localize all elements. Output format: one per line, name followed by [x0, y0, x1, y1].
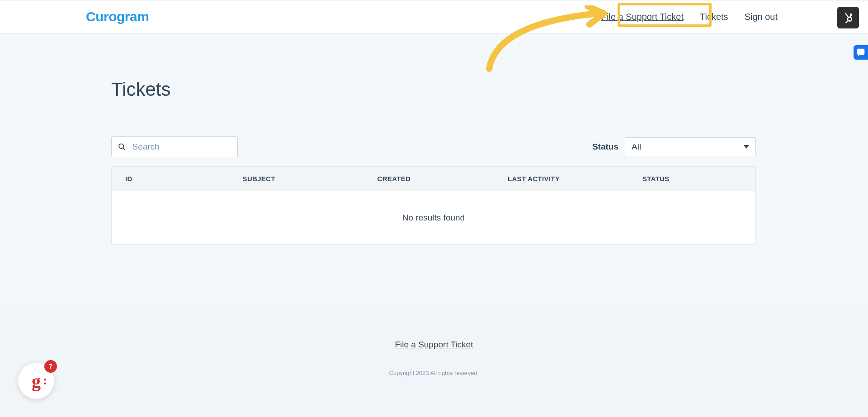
fab-badge: 7 — [44, 360, 57, 373]
chevron-down-icon — [744, 145, 749, 149]
side-chat-widget[interactable] — [854, 45, 868, 60]
svg-point-6 — [845, 22, 847, 23]
hubspot-icon — [842, 12, 854, 23]
search-icon — [118, 142, 126, 151]
no-results-message: No results found — [112, 191, 755, 244]
nav-file-ticket[interactable]: File a Support Ticket — [601, 12, 684, 22]
tickets-table: ID SUBJECT CREATED LAST ACTIVITY STATUS … — [111, 166, 756, 245]
footer: File a Support Ticket Copyright 2023 All… — [0, 304, 868, 417]
nav-sign-out[interactable]: Sign out — [745, 12, 778, 22]
page-title: Tickets — [111, 79, 778, 100]
floating-action-button[interactable]: g 7 — [18, 363, 54, 399]
controls-row: Status All — [108, 136, 778, 157]
th-status: STATUS — [642, 175, 755, 183]
status-label: Status — [592, 142, 618, 152]
th-last-activity: LAST ACTIVITY — [508, 175, 642, 183]
status-filter-group: Status All — [592, 137, 756, 156]
th-created: CREATED — [377, 175, 508, 183]
nav-tickets[interactable]: Tickets — [700, 12, 728, 22]
table-header-row: ID SUBJECT CREATED LAST ACTIVITY STATUS — [112, 167, 755, 191]
svg-line-3 — [846, 14, 849, 18]
copyright-text: Copyright 2023 All rights reserved. — [0, 370, 868, 376]
chat-icon — [856, 48, 865, 57]
nav: File a Support Ticket Tickets Sign out — [601, 12, 778, 22]
footer-file-ticket-link[interactable]: File a Support Ticket — [395, 340, 473, 350]
search-input[interactable] — [132, 142, 231, 152]
main-content: Tickets Status All I — [0, 33, 868, 245]
th-subject: SUBJECT — [243, 175, 377, 183]
th-id: ID — [112, 175, 243, 183]
search-box[interactable] — [111, 136, 238, 157]
svg-line-4 — [850, 16, 850, 17]
status-select[interactable]: All — [625, 137, 756, 156]
svg-point-7 — [119, 144, 123, 148]
svg-line-5 — [847, 21, 848, 22]
header: Curogram File a Support Ticket Tickets S… — [0, 0, 868, 33]
hubspot-button[interactable] — [837, 7, 859, 28]
logo[interactable]: Curogram — [86, 9, 149, 24]
fab-logo: g — [32, 370, 41, 392]
status-select-value: All — [632, 142, 641, 152]
svg-line-8 — [123, 148, 125, 150]
